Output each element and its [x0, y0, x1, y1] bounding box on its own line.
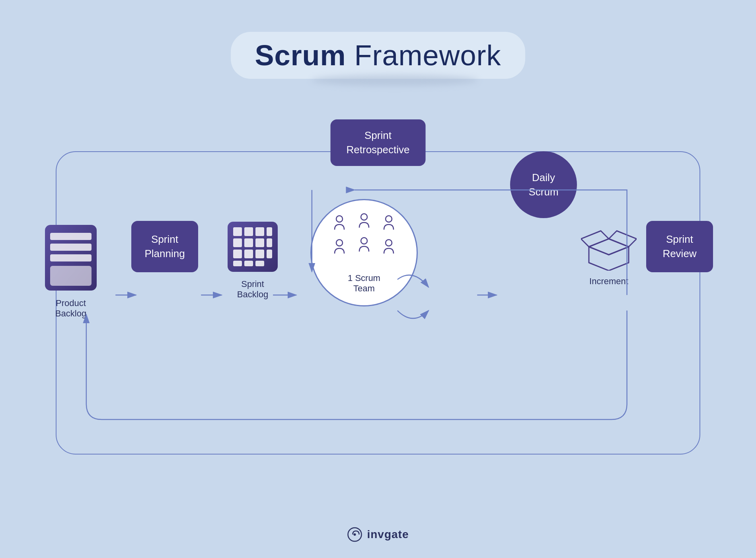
sprint-planning-box: SprintPlanning — [131, 221, 198, 272]
invgate-logo-icon — [347, 527, 362, 542]
svg-rect-28 — [255, 261, 264, 266]
product-backlog-icon — [43, 223, 99, 293]
svg-rect-11 — [50, 254, 92, 261]
svg-rect-23 — [244, 250, 253, 258]
sprint-review-box: SprintReview — [646, 221, 713, 272]
title-rest: Framework — [346, 39, 501, 71]
svg-point-33 — [361, 238, 367, 244]
svg-point-34 — [386, 240, 392, 246]
svg-rect-9 — [50, 233, 92, 240]
sprint-retro-box: SprintRetrospective — [331, 119, 426, 166]
increment-icon — [581, 215, 637, 271]
scrum-team-node: 1 ScrumTeam — [310, 199, 418, 306]
svg-rect-15 — [244, 227, 253, 236]
svg-rect-20 — [255, 238, 264, 247]
increment-node: Increment — [581, 215, 637, 287]
svg-rect-12 — [50, 266, 92, 286]
diagram-area: SprintRetrospective — [32, 88, 724, 510]
svg-rect-22 — [233, 250, 242, 258]
svg-rect-27 — [244, 261, 253, 266]
sprint-backlog-node: SprintBacklog — [227, 221, 279, 300]
scrum-team-icon — [328, 212, 400, 271]
svg-rect-16 — [255, 227, 264, 236]
main-container: Scrum Framework — [0, 0, 756, 558]
increment-label: Increment — [581, 276, 637, 287]
title-shadow — [311, 75, 478, 86]
title-bold: Scrum — [255, 39, 346, 71]
daily-scrum-circle: DailyScrum — [510, 151, 577, 218]
product-backlog-node: ProductBacklog — [43, 223, 99, 319]
sprint-backlog-icon — [227, 221, 279, 273]
page-title: Scrum Framework — [255, 39, 501, 71]
svg-rect-19 — [244, 238, 253, 247]
svg-rect-24 — [255, 250, 264, 258]
svg-rect-14 — [233, 227, 242, 236]
footer: invgate — [347, 527, 409, 542]
scrum-team-circle: 1 ScrumTeam — [310, 199, 418, 306]
svg-rect-25 — [267, 250, 272, 258]
sprint-backlog-label: SprintBacklog — [227, 279, 279, 300]
svg-rect-18 — [233, 238, 242, 247]
svg-rect-21 — [267, 238, 272, 247]
daily-scrum-node: DailyScrum — [510, 151, 577, 218]
title-box: Scrum Framework — [231, 32, 525, 79]
svg-marker-36 — [589, 239, 629, 255]
svg-point-32 — [336, 240, 343, 246]
product-backlog-label: ProductBacklog — [43, 298, 99, 319]
brand-name: invgate — [367, 528, 409, 541]
svg-marker-37 — [581, 231, 609, 247]
svg-marker-35 — [589, 247, 629, 271]
svg-point-31 — [386, 216, 392, 222]
svg-point-29 — [336, 216, 343, 222]
svg-point-30 — [361, 214, 367, 220]
svg-rect-26 — [233, 261, 242, 266]
svg-rect-17 — [267, 227, 272, 236]
sprint-retro-node: SprintRetrospective — [331, 119, 426, 166]
svg-rect-10 — [50, 244, 92, 251]
sprint-retro-label: SprintRetrospective — [347, 129, 410, 156]
svg-point-40 — [353, 533, 356, 536]
sprint-planning-node: SprintPlanning Sprint Planning — [131, 221, 198, 287]
scrum-team-label: 1 ScrumTeam — [348, 273, 380, 294]
sprint-review-node: SprintReview — [646, 221, 713, 272]
svg-marker-38 — [609, 231, 637, 247]
